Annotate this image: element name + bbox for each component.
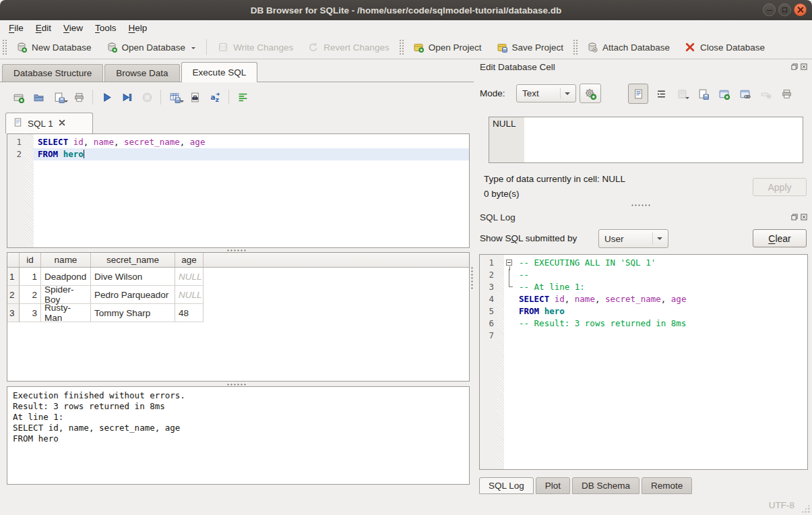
fold-cell (504, 305, 515, 317)
table-cell[interactable]: Dive Wilson (91, 268, 175, 286)
dropdown-arrow-icon[interactable] (191, 47, 195, 51)
table-cell[interactable]: 3 (20, 304, 41, 322)
sql-log-view[interactable]: 1234567 -- EXECUTING ALL IN 'SQL 1'---- … (479, 254, 808, 470)
format-sql-icon[interactable]: az (205, 88, 225, 106)
table-cell[interactable]: NULL (175, 268, 204, 286)
results-table[interactable]: idnamesecret_nameage11DeadpondDive Wilso… (7, 252, 470, 382)
dropdown-arrow-icon[interactable] (685, 97, 689, 101)
menu-tools[interactable]: Tools (89, 22, 123, 34)
open-sql-file-icon[interactable] (28, 88, 49, 106)
word-wrap-icon[interactable] (232, 88, 253, 106)
export-data-icon[interactable] (695, 85, 711, 102)
import-data-icon[interactable] (674, 85, 690, 102)
clear-log-button[interactable]: Clear (753, 229, 807, 247)
row-number: 3 (7, 304, 20, 322)
mode-select[interactable]: Text (516, 84, 576, 102)
active-icon-frame (628, 84, 648, 104)
log-line: -- Result: 3 rows returned in 8ms (515, 317, 807, 330)
minimize-button[interactable] (763, 3, 776, 16)
save-results-icon[interactable] (164, 88, 185, 106)
new-database-button[interactable]: New Database (9, 37, 99, 57)
fold-cell (504, 330, 515, 342)
fold-line (509, 269, 509, 281)
column-header-name[interactable]: name (41, 253, 91, 267)
log-filter-select[interactable]: User (598, 229, 668, 248)
dock-tab-remote[interactable]: Remote (642, 477, 692, 494)
fold-collapse-icon[interactable] (506, 260, 512, 266)
tab-sql-1[interactable]: SQL 1 (5, 113, 93, 133)
tab-database-structure[interactable]: Database Structure (2, 64, 103, 82)
table-cell[interactable]: 1 (20, 268, 41, 286)
dock-tab-db-schema[interactable]: DB Schema (572, 477, 639, 494)
fold-elbow-marker (504, 281, 515, 293)
apply-button[interactable]: Apply (753, 178, 807, 196)
dock-panels-splitter[interactable] (631, 204, 651, 208)
column-header-age[interactable]: age (175, 253, 204, 267)
write-changes-button[interactable]: Write Changes (210, 37, 301, 57)
print-icon[interactable] (778, 85, 794, 102)
dock-tab-plot[interactable]: Plot (536, 477, 570, 494)
dropdown-arrow-icon[interactable] (180, 100, 184, 104)
close-panel-icon[interactable] (800, 213, 808, 221)
table-cell[interactable]: Pedro Parqueador (91, 286, 175, 304)
menu-edit[interactable]: Edit (30, 22, 57, 34)
open-database-button[interactable]: Open Database (99, 37, 204, 57)
open-external-icon[interactable] (716, 85, 732, 102)
print-icon[interactable] (69, 88, 89, 106)
table-cell[interactable]: 48 (175, 304, 204, 322)
open-tab-icon[interactable] (8, 88, 28, 106)
titlebar[interactable]: DB Browser for SQLite - /home/user/code/… (0, 0, 812, 20)
menu-view[interactable]: View (57, 22, 89, 34)
table-cell[interactable]: 2 (20, 286, 41, 304)
stop-icon[interactable] (137, 88, 157, 106)
set-null-icon[interactable] (757, 85, 774, 102)
insert-link-icon[interactable] (737, 85, 753, 102)
save-sql-file-icon[interactable] (49, 88, 69, 106)
table-cell[interactable]: Rusty-Man (41, 304, 91, 322)
auto-switch-mode-button[interactable] (580, 84, 601, 103)
tab-execute-sql[interactable]: Execute SQL (181, 62, 258, 82)
code-line: FROM hero (34, 148, 469, 160)
line-number: 6 (480, 317, 494, 330)
table-cell[interactable]: Spider-Boy (41, 286, 91, 304)
word-wrap-icon[interactable] (653, 85, 669, 102)
cell-value-editor[interactable]: NULL (489, 117, 803, 163)
database-new-icon (16, 42, 27, 53)
save-project-button[interactable]: Save Project (489, 37, 571, 57)
log-fold-markers[interactable] (504, 255, 515, 469)
line-number: 7 (480, 330, 494, 342)
menu-file[interactable]: File (3, 22, 30, 34)
toolbar-button-label: Revert Changes (323, 42, 389, 53)
resize-grip[interactable] (801, 504, 810, 513)
open-project-button[interactable]: Open Project (406, 37, 489, 57)
column-header-id[interactable]: id (20, 253, 41, 267)
line-number: 4 (480, 293, 494, 305)
menubar: FileEditViewToolsHelp (0, 20, 812, 36)
float-panel-icon[interactable] (790, 213, 799, 221)
sql-editor[interactable]: 12 SELECT id, name, secret_name, ageFROM… (7, 133, 470, 248)
table-cell[interactable]: Deadpond (41, 268, 91, 286)
log-line (515, 330, 807, 342)
column-header-secret-name[interactable]: secret_name (91, 253, 175, 267)
maximize-button[interactable] (778, 3, 791, 16)
find-icon[interactable] (185, 88, 205, 106)
dropdown-arrow-icon[interactable] (64, 100, 68, 104)
close-panel-icon[interactable] (800, 63, 808, 71)
table-cell[interactable]: Tommy Sharp (91, 304, 175, 322)
close-tab-icon[interactable] (58, 119, 66, 129)
execute-all-icon[interactable] (96, 88, 117, 106)
menu-help[interactable]: Help (123, 22, 154, 34)
table-cell[interactable]: NULL (175, 286, 204, 304)
dock-tab-sql-log[interactable]: SQL Log (479, 477, 534, 494)
close-database-button[interactable]: Close Database (677, 37, 772, 57)
attach-database-button[interactable]: Attach Database (580, 37, 677, 57)
float-panel-icon[interactable] (790, 63, 799, 71)
main-tab-bar: Database StructureBrowse DataExecute SQL (0, 59, 474, 82)
text-mode-icon[interactable] (630, 85, 646, 102)
tab-browse-data[interactable]: Browse Data (104, 64, 179, 82)
execute-current-line-icon[interactable] (117, 88, 137, 106)
close-button[interactable] (794, 3, 807, 16)
panel-splitter-vertical[interactable] (470, 266, 474, 289)
editor-code-area[interactable]: SELECT id, name, secret_name, ageFROM he… (34, 134, 469, 247)
revert-changes-button[interactable]: Revert Changes (301, 37, 397, 57)
